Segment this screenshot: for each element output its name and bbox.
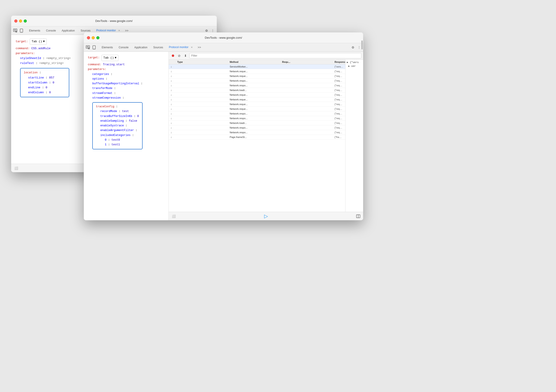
back-target-dropdown[interactable]: Tab () ▼ [30,39,47,45]
front-enablesystrace: enableSystrace : [100,123,139,128]
front-settings-icon[interactable]: ⚙ [351,45,355,50]
front-tracebuffer: traceBufferSizeInKb : 0 [100,114,139,119]
json-preview-panel: ▶ {"vers ▶ ver [345,60,363,212]
front-close-button[interactable] [87,36,90,39]
net-row-3[interactable]: ↓ Network.reque... {"reques... [169,74,345,78]
front-traffic-lights [87,36,100,39]
front-tab-close-icon[interactable]: ✕ [190,46,193,49]
front-dock-icon[interactable]: ⬜ [171,214,176,219]
back-command-value: CSS.addRule [31,47,51,50]
front-includedcats: includedCategories : [100,133,139,138]
network-toolbar: ⏺ ⊘ ⬇ [169,52,363,60]
back-target-value: Tab () [32,39,42,44]
front-inspect-icon[interactable] [85,45,90,50]
front-enableargfilter: enableArgumentFilter : [100,128,139,133]
net-row-15[interactable]: ↓ Network.respo... {"reques... [169,130,345,135]
front-traceconfig-label: traceConfig : [96,104,139,109]
front-maximize-button[interactable] [96,36,100,39]
front-send-button[interactable]: ▷ [264,213,268,219]
front-tab-application[interactable]: Application [132,45,150,50]
back-tab-close-icon[interactable]: ✕ [117,29,121,32]
back-maximize-button[interactable] [24,19,27,23]
front-tab-more[interactable]: >> [196,45,202,50]
front-recordmode: recordMode : test [100,109,139,114]
front-param-transfer: transferMode : [92,86,164,91]
front-device-icon[interactable] [92,45,96,50]
front-param-categories: categories : [92,72,164,77]
front-tab-sources[interactable]: Sources [151,45,166,50]
front-right-panel: ⏺ ⊘ ⬇ Type Method Requ... Response [169,52,363,220]
net-row-2[interactable]: ↓ Network.reque... {"reques... [169,69,345,74]
back-startline: startLine : 857 [28,75,66,80]
network-list: Type Method Requ... Response ↓ ServiceWo… [169,60,345,212]
front-tab-icons [85,45,96,50]
inspect-icon[interactable] [13,28,17,33]
front-target-value: Tab () [103,55,114,60]
net-row-4[interactable]: ↓ Network.respo... {"reques... [169,78,345,83]
back-dock-icon[interactable]: ⬜ [14,166,18,170]
front-tab-bar-right: ⚙ ⋮ [351,45,361,50]
front-param-streamformat: streamFormat : [92,91,164,96]
front-right-top: Type Method Requ... Response ↓ ServiceWo… [169,60,363,212]
net-row-11[interactable]: ↓ Network.respo... {"reques... [169,111,345,116]
back-minimize-button[interactable] [19,19,22,23]
net-row-10[interactable]: ↓ Network.reque... {"reques... [169,107,345,111]
net-row-5[interactable]: ↓ Network.respo... {"reques... [169,83,345,88]
back-close-button[interactable] [14,19,17,23]
front-left-panel: target: Tab () ▼ command: Tracing.start … [84,52,169,220]
front-dropdown-arrow: ▼ [115,55,116,60]
back-location-label: location : [24,70,66,75]
clear-button[interactable]: ⊘ [177,53,182,58]
front-minimize-button[interactable] [92,36,95,39]
front-target-label: target: [88,55,100,60]
back-target-label: target: [16,39,28,44]
download-button[interactable]: ⬇ [183,53,188,58]
front-cat-0: 0 : test0 [105,138,139,142]
net-row-14[interactable]: ↓ Network.respo... {"reques... [169,125,345,130]
col-response: Response [334,61,343,63]
back-settings-icon[interactable]: ⚙ [204,28,209,33]
net-row-13[interactable]: ↓ Network.loadi... {"reques... [169,121,345,125]
front-param-options: options : [92,77,164,81]
front-traceconfig-wrapper: traceConfig : recordMode : test traceBuf… [92,101,164,150]
front-target-dropdown[interactable]: Tab () ▼ [101,55,119,61]
back-tab-console[interactable]: Console [43,28,59,33]
svg-line-2 [16,32,17,32]
front-command-value: Tracing.start [103,63,125,66]
back-endline: endLine : 0 [28,85,66,90]
back-endcol: endColumn : 0 [28,90,66,95]
back-tab-application[interactable]: Application [59,28,77,33]
back-traffic-lights [14,19,27,23]
net-row-6[interactable]: ↓ Network.loadi... {"reques... [169,88,345,93]
front-title-bar: DevTools - www.google.com/ [84,32,363,43]
back-tab-elements[interactable]: Elements [26,28,43,33]
front-panel-icon[interactable] [356,214,361,219]
back-window-title: DevTools - www.google.com/ [95,19,133,23]
record-button[interactable]: ⏺ [170,53,175,58]
front-target-row: target: Tab () ▼ [88,55,164,61]
front-bottom-bar: ⬜ ▷ [169,212,363,220]
front-more-icon[interactable]: ⋮ [357,45,361,50]
svg-line-7 [89,49,90,49]
front-devtools-window: DevTools - www.google.com/ Elements Cons… [84,32,363,220]
front-tab-elements[interactable]: Elements [99,45,116,50]
back-more-icon[interactable]: ⋮ [210,28,215,33]
net-row-16[interactable]: ↓ Page.frameSt... {"frameI... [169,135,345,140]
col-type: Type [177,61,230,63]
col-arrow [170,61,177,63]
net-row-8[interactable]: ↓ Network.reque... {"reques... [169,97,345,102]
back-title-bar: DevTools - www.google.com/ [11,16,217,26]
front-tab-console[interactable]: Console [116,45,131,50]
net-row-9[interactable]: ↓ Network.reque... {"reques... [169,102,345,107]
front-tab-protocol[interactable]: Protocol monitor ✕ [166,45,196,50]
front-window-title: DevTools - www.google.com/ [205,36,242,39]
device-icon[interactable] [19,28,24,33]
front-param-buffer: bufferUsageReportingInterval : [92,81,164,86]
front-param-streamcomp: streamCompression : [92,96,164,100]
back-location-box: location : startLine : 857 startColumn :… [20,68,69,97]
net-row-1[interactable]: ↓ ServiceWorker... {"versio... [169,64,345,69]
net-row-7[interactable]: ↓ Network.reque... {"reques... [169,93,345,97]
filter-input[interactable] [189,53,361,58]
net-row-12[interactable]: ↓ Network.respo... {"reques... [169,116,345,121]
back-tab-icons [13,28,24,33]
